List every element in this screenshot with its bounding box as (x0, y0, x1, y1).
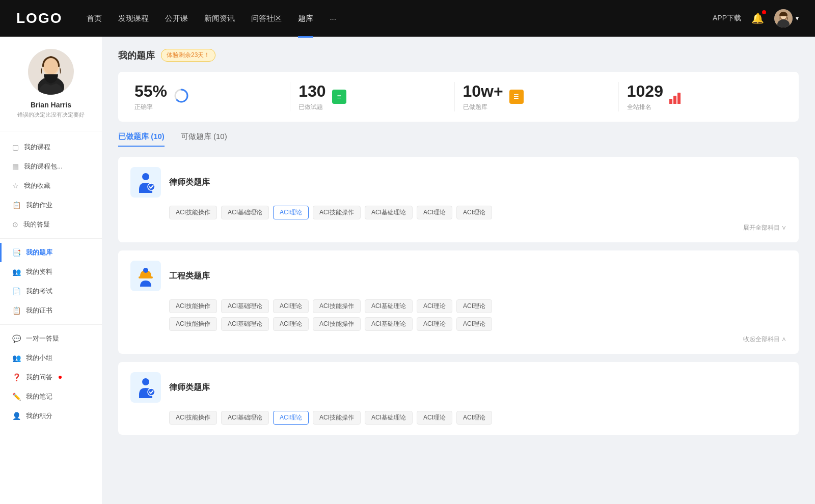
tag[interactable]: ACI技能操作 (313, 317, 361, 331)
notification-bell[interactable]: 🔔 (751, 12, 764, 24)
tag[interactable]: ACI技能操作 (313, 206, 361, 219)
sidebar-item-label: 我的笔记 (26, 392, 52, 401)
stat-rank-value: 1029 全站排名 (627, 82, 663, 111)
tag[interactable]: ACI技能操作 (313, 299, 361, 313)
nav-bank[interactable]: 题库 (298, 12, 313, 25)
bank-card-engineer: 工程类题库 ACI技能操作 ACI基础理论 ACI理论 ACI技能操作 ACI基… (118, 250, 799, 354)
svg-point-14 (142, 378, 149, 385)
nav-news[interactable]: 新闻资讯 (204, 12, 235, 25)
stat-done-value: 130 已做试题 (298, 82, 325, 111)
tag[interactable]: ACI技能操作 (169, 299, 217, 313)
sidebar-item-label: 我的题库 (26, 248, 52, 257)
svg-point-10 (142, 173, 149, 180)
star-icon: ☆ (12, 182, 19, 190)
nav-home[interactable]: 首页 (87, 12, 102, 25)
stat-label: 已做试题 (298, 103, 325, 111)
sidebar-item-my-course[interactable]: ▢ 我的课程 (0, 137, 102, 157)
unread-dot (59, 376, 62, 379)
stat-label: 正确率 (134, 103, 167, 111)
tag[interactable]: ACI技能操作 (169, 411, 217, 425)
sidebar-item-homework[interactable]: 📋 我的作业 (0, 195, 102, 215)
tag[interactable]: ACI基础理论 (365, 206, 413, 219)
sidebar-item-exam[interactable]: 📄 我的考试 (0, 282, 102, 301)
main-content: 我的题库 体验剩余23天！ 55% 正确率 (102, 37, 815, 504)
stat-banks-value: 10w+ 已做题库 (463, 82, 503, 111)
sidebar-item-label: 一对一答疑 (26, 334, 59, 343)
tab-done[interactable]: 已做题库 (10) (118, 132, 165, 147)
stat-label: 已做题库 (463, 103, 503, 111)
tag[interactable]: ACI理论 (273, 317, 309, 331)
divider (0, 238, 102, 239)
tag[interactable]: ACI理论 (417, 411, 452, 425)
sidebar-item-label: 我的作业 (26, 201, 52, 210)
user-avatar-wrapper[interactable]: ▾ (774, 9, 799, 27)
sidebar-item-group[interactable]: 👥 我的小组 (0, 348, 102, 368)
expand-link-1[interactable]: 展开全部科目 ∨ (130, 219, 786, 232)
navbar-right: APP下载 🔔 ▾ (713, 9, 799, 27)
tag[interactable]: ACI理论 (456, 299, 492, 313)
app-download-button[interactable]: APP下载 (713, 14, 741, 23)
tag[interactable]: ACI技能操作 (169, 317, 217, 331)
tabs-bar: 已做题库 (10) 可做题库 (10) (118, 132, 799, 147)
tag[interactable]: ACI基础理论 (221, 317, 269, 331)
nav-menu: 首页 发现课程 公开课 新闻资讯 问答社区 题库 ··· (87, 12, 713, 25)
collapse-link[interactable]: 收起全部科目 ∧ (130, 331, 786, 344)
qa-icon: ⊙ (12, 220, 18, 229)
tag[interactable]: ACI理论 (456, 317, 492, 331)
sidebar-item-notes[interactable]: ✏️ 我的笔记 (0, 387, 102, 406)
sidebar-item-label: 我的积分 (26, 411, 52, 421)
profile-name: Brian Harris (31, 101, 71, 109)
tag[interactable]: ACI理论 (456, 206, 492, 219)
tag[interactable]: ACI基础理论 (365, 299, 413, 313)
tag-active[interactable]: ACI理论 (273, 206, 309, 219)
bank-title: 律师类题库 (169, 177, 210, 188)
nav-discover[interactable]: 发现课程 (118, 12, 149, 25)
svg-rect-12 (139, 276, 153, 278)
sidebar-item-qa[interactable]: ⊙ 我的答疑 (0, 215, 102, 234)
sidebar-item-my-bank[interactable]: 📑 我的题库 (0, 243, 102, 262)
nav-qa[interactable]: 问答社区 (251, 12, 282, 25)
course-pack-icon: ▦ (12, 162, 19, 171)
points-icon: 👤 (12, 412, 21, 420)
tag[interactable]: ACI基础理论 (221, 411, 269, 425)
stat-accuracy: 55% 正确率 (134, 82, 290, 111)
sidebar-item-label: 我的课程包... (24, 162, 63, 171)
tag[interactable]: ACI理论 (417, 206, 452, 219)
tag[interactable]: ACI技能操作 (313, 411, 361, 425)
sidebar-item-course-pack[interactable]: ▦ 我的课程包... (0, 157, 102, 176)
sidebar-item-label: 我的考试 (26, 287, 52, 296)
tab-todo[interactable]: 可做题库 (10) (181, 132, 227, 147)
tag[interactable]: ACI基础理论 (365, 411, 413, 425)
nav-open-course[interactable]: 公开课 (165, 12, 188, 25)
stat-label: 全站排名 (627, 103, 663, 111)
sidebar-item-label: 我的问答 (26, 373, 52, 382)
tag[interactable]: ACI理论 (417, 317, 452, 331)
divider2 (0, 324, 102, 325)
tag[interactable]: ACI基础理论 (221, 299, 269, 313)
tag[interactable]: ACI基础理论 (221, 206, 269, 219)
stat-value: 10w+ (463, 82, 503, 101)
page-header: 我的题库 体验剩余23天！ (118, 49, 799, 62)
sidebar-item-label: 我的课程 (24, 143, 50, 152)
sidebar-item-favorites[interactable]: ☆ 我的收藏 (0, 176, 102, 195)
sidebar-item-points[interactable]: 👤 我的积分 (0, 406, 102, 426)
tag[interactable]: ACI理论 (417, 299, 452, 313)
profile-motto: 错误的决定比没有决定要好 (17, 111, 85, 119)
sidebar-menu: ▢ 我的课程 ▦ 我的课程包... ☆ 我的收藏 📋 我的作业 ⊙ 我的答疑 📑 (0, 137, 102, 426)
materials-icon: 👥 (12, 268, 21, 276)
tag-active[interactable]: ACI理论 (273, 411, 309, 425)
sidebar-item-label: 我的小组 (26, 353, 52, 362)
nav-more[interactable]: ··· (330, 12, 336, 25)
lawyer-icon-2 (130, 372, 161, 403)
tag[interactable]: ACI理论 (273, 299, 309, 313)
sidebar-item-materials[interactable]: 👥 我的资料 (0, 262, 102, 282)
tag[interactable]: ACI技能操作 (169, 206, 217, 219)
tag[interactable]: ACI基础理论 (365, 317, 413, 331)
sidebar-item-certificate[interactable]: 📋 我的证书 (0, 301, 102, 320)
tag[interactable]: ACI理论 (456, 411, 492, 425)
sidebar-item-question[interactable]: ❓ 我的问答 (0, 368, 102, 387)
navbar: LOGO 首页 发现课程 公开课 新闻资讯 问答社区 题库 ··· APP下载 … (0, 0, 815, 37)
sidebar-item-tutor[interactable]: 💬 一对一答疑 (0, 329, 102, 348)
profile-avatar (28, 49, 74, 95)
notes-icon: ✏️ (12, 393, 21, 401)
